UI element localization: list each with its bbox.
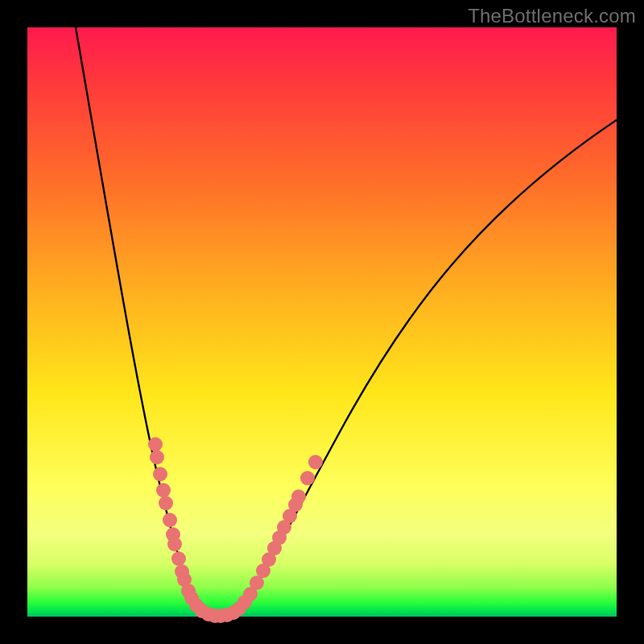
- curve-marker: [308, 455, 323, 469]
- chart-frame: TheBottleneck.com: [0, 0, 644, 644]
- curve-marker: [167, 537, 182, 551]
- curve-marker: [300, 471, 315, 485]
- curve-marker: [156, 483, 171, 497]
- curve-marker: [150, 450, 164, 464]
- curve-marker: [171, 551, 186, 566]
- curve-marker: [291, 489, 306, 504]
- chart-plot-area: [27, 27, 617, 617]
- curve-marker: [163, 513, 177, 527]
- curve-marker: [159, 496, 173, 510]
- curve-marker: [148, 437, 163, 452]
- bottleneck-curve-svg: [27, 27, 617, 617]
- watermark-text: TheBottleneck.com: [468, 5, 636, 27]
- bottleneck-curve: [76, 27, 617, 617]
- curve-marker: [153, 467, 167, 481]
- curve-markers: [148, 437, 323, 623]
